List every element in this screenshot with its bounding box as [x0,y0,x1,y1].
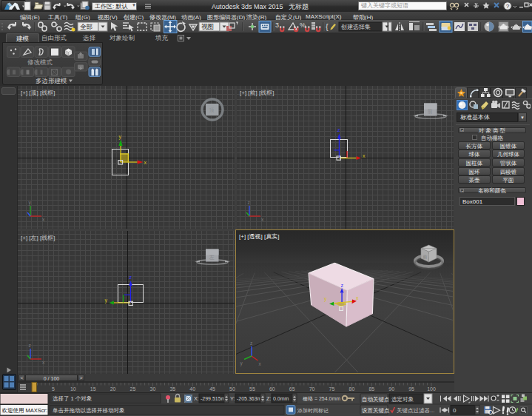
svg-text:20: 20 [110,386,116,392]
svg-text:x: x [259,361,262,366]
svg-text:y: y [324,296,327,302]
svg-text:y: y [240,360,243,366]
svg-text:75: 75 [329,386,335,392]
svg-text:Z:: Z: [266,395,272,402]
svg-text:-205.363m: -205.363m [237,396,262,401]
svg-text:栅格 = 254.0mm: 栅格 = 254.0mm [303,396,340,402]
svg-text:0.0mm: 0.0mm [273,396,289,401]
svg-text:-299.515m: -299.515m [201,396,226,401]
svg-text:z: z [248,200,250,205]
svg-text:45: 45 [209,386,215,392]
svg-text:z: z [337,127,340,132]
svg-text:{: { [326,22,329,31]
svg-text:?: ? [506,3,510,10]
svg-text:90: 90 [388,386,394,392]
svg-text:顶: 顶 [209,107,215,113]
svg-text:15: 15 [90,386,96,392]
svg-text:选定对象: 选定对象 [391,396,414,403]
svg-text:50: 50 [229,386,235,392]
svg-text:y: y [29,200,32,206]
svg-text:x: x [356,295,359,301]
svg-text:70: 70 [309,386,315,392]
svg-text:单击并拖动以选择并移动对象: 单击并拖动以选择并移动对象 [53,407,125,414]
svg-text:全部: 全部 [80,23,92,30]
svg-text:z: z [29,343,31,348]
svg-text:x: x [144,160,147,165]
svg-text:85: 85 [368,386,374,392]
svg-text:关键点过滤器...: 关键点过滤器... [397,407,434,414]
svg-text:100: 100 [427,386,436,392]
svg-text:95: 95 [408,386,414,392]
svg-text:55: 55 [249,386,255,392]
svg-text:y: y [119,134,122,140]
svg-text:z: z [341,283,344,288]
svg-text:左: 左 [209,255,215,260]
svg-text:60: 60 [269,386,275,392]
svg-text:z: z [250,340,252,346]
svg-text:y: y [105,298,108,303]
svg-text:10: 10 [70,386,76,392]
svg-text:0: 0 [453,407,457,414]
svg-text:多边形建模: 多边形建模 [36,77,67,84]
svg-text:3: 3 [275,21,279,29]
svg-text:添加时间标记: 添加时间标记 [297,408,329,414]
svg-text:5: 5 [52,386,55,392]
svg-text:自动关键点: 自动关键点 [362,396,390,403]
svg-text:创建选择集: 创建选择集 [340,24,371,30]
svg-text:z: z [129,275,132,280]
svg-text:视图: 视图 [201,23,214,30]
svg-text:80: 80 [349,386,355,392]
svg-text:X:: X: [194,395,199,402]
svg-text:x: x [42,217,45,222]
svg-text:选择了 1 个对象: 选择了 1 个对象 [53,395,92,402]
svg-text:Y:: Y: [230,395,235,402]
svg-text:修改模式: 修改模式 [27,58,53,66]
svg-text:%: % [300,21,306,29]
svg-text:x: x [261,217,264,222]
svg-text:x: x [42,360,45,365]
svg-text:前: 前 [422,255,428,259]
svg-text:30: 30 [150,386,156,392]
svg-text:欢迎使用 MAXScr:: 欢迎使用 MAXScr: [2,407,48,414]
svg-text:设置关键点: 设置关键点 [362,407,390,414]
svg-text:65: 65 [289,386,295,392]
svg-text:35: 35 [169,386,175,392]
svg-text:40: 40 [189,386,195,392]
svg-text:前: 前 [428,109,433,114]
svg-text:25: 25 [130,386,136,392]
svg-text:x: x [363,153,366,158]
